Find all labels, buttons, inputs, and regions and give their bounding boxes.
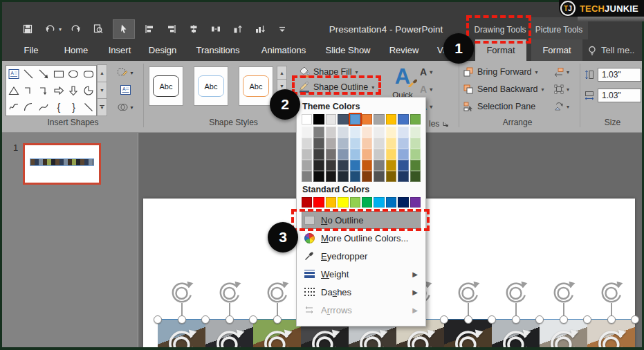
shape-width-input[interactable] xyxy=(598,89,641,102)
print-preview-icon[interactable] xyxy=(91,20,106,38)
theme-variant-swatch[interactable] xyxy=(302,160,312,171)
theme-variant-swatch[interactable] xyxy=(386,127,396,138)
arc-icon[interactable] xyxy=(21,99,37,116)
gallery-more-button[interactable]: ▼ xyxy=(97,98,107,116)
undo-icon[interactable] xyxy=(42,20,57,38)
theme-variant-swatch[interactable] xyxy=(362,160,372,171)
standard-color-swatch[interactable] xyxy=(326,197,336,208)
tab-animations[interactable]: Animations xyxy=(258,39,309,61)
theme-variant-swatch[interactable] xyxy=(374,127,384,138)
wordart-quick-styles-button[interactable]: A xyxy=(388,65,417,89)
theme-variant-swatch[interactable] xyxy=(313,138,324,149)
tab-home[interactable]: Home xyxy=(59,39,93,61)
theme-variant-swatch[interactable] xyxy=(374,171,384,182)
theme-variant-swatch[interactable] xyxy=(350,138,360,149)
dialog-launcher-icon[interactable] xyxy=(442,120,449,127)
triangle-icon[interactable] xyxy=(6,82,21,99)
gallery-scroll-up-button[interactable]: ▲ xyxy=(97,64,107,82)
bring-forward-button[interactable]: Bring Forward ▾ xyxy=(463,66,538,77)
theme-variant-swatch[interactable] xyxy=(326,138,336,149)
theme-variant-swatch[interactable] xyxy=(350,127,360,138)
align-objects-right-icon[interactable] xyxy=(164,20,179,38)
theme-color-swatch[interactable] xyxy=(326,114,336,125)
theme-variant-swatch[interactable] xyxy=(350,171,360,182)
theme-variant-swatch[interactable] xyxy=(338,127,348,138)
theme-variant-swatch[interactable] xyxy=(302,171,312,182)
theme-variant-swatch[interactable] xyxy=(338,138,348,149)
theme-variant-swatch[interactable] xyxy=(350,149,360,160)
rotate-handle-icon[interactable] xyxy=(453,328,484,347)
down-arrow-icon[interactable] xyxy=(66,82,82,99)
rotate-handle-icon[interactable] xyxy=(358,328,388,347)
theme-color-swatch[interactable] xyxy=(374,114,384,125)
theme-variant-swatch[interactable] xyxy=(386,138,396,149)
shape-style-preset-1[interactable]: Abc xyxy=(149,66,183,106)
elbow-connector-icon[interactable] xyxy=(21,82,37,99)
tab-file[interactable]: File xyxy=(19,39,44,61)
selection-handle[interactable] xyxy=(178,315,186,324)
theme-variant-swatch[interactable] xyxy=(338,149,348,160)
rotate-handle-icon[interactable] xyxy=(214,328,245,347)
insert-chart-icon[interactable] xyxy=(252,20,268,38)
left-brace-icon[interactable]: { xyxy=(51,99,66,116)
curve-icon[interactable] xyxy=(36,99,51,116)
merge-shapes-button[interactable]: ▾ xyxy=(110,100,140,115)
theme-variant-swatch[interactable] xyxy=(338,160,348,171)
theme-color-swatch[interactable] xyxy=(410,114,421,125)
undo-dropdown-caret[interactable]: ▾ xyxy=(59,26,62,33)
theme-variant-swatch[interactable] xyxy=(398,127,408,138)
standard-color-swatch[interactable] xyxy=(362,197,372,208)
tell-me-box[interactable]: Tell me.. xyxy=(587,39,634,61)
theme-variant-swatch[interactable] xyxy=(410,149,421,160)
menu-item-more-outline-colors[interactable]: More Outline Colors... xyxy=(302,229,421,247)
theme-color-swatch[interactable] xyxy=(313,114,324,125)
redo-icon[interactable] xyxy=(68,20,84,38)
rectangle-icon[interactable] xyxy=(51,66,66,82)
theme-variant-swatch[interactable] xyxy=(386,149,396,160)
theme-color-swatch[interactable] xyxy=(302,114,312,125)
theme-variant-swatch[interactable] xyxy=(374,160,384,171)
selection-handle[interactable] xyxy=(201,315,210,324)
gallery-scroll-up-button[interactable]: ▲ xyxy=(277,66,287,80)
align-button[interactable]: ▾ xyxy=(553,66,569,77)
standard-color-swatch[interactable] xyxy=(338,197,348,208)
theme-color-swatch[interactable] xyxy=(398,114,408,125)
diagonal-line-icon[interactable] xyxy=(81,99,96,116)
shape-style-preset-2[interactable]: Abc xyxy=(194,66,228,106)
right-arrow-icon[interactable] xyxy=(51,82,66,99)
standard-color-swatch[interactable] xyxy=(410,197,421,208)
theme-variant-swatch[interactable] xyxy=(386,160,396,171)
selection-handle[interactable] xyxy=(535,315,544,324)
distribute-columns-icon[interactable] xyxy=(208,20,223,38)
standard-color-swatch[interactable] xyxy=(302,197,312,208)
standard-color-swatch[interactable] xyxy=(386,197,396,208)
theme-variant-swatch[interactable] xyxy=(398,160,408,171)
theme-variant-swatch[interactable] xyxy=(410,138,421,149)
menu-item-eyedropper[interactable]: Eyedropper xyxy=(302,247,421,265)
text-outline-button[interactable]: A▾ xyxy=(420,84,432,95)
tab-format-picture-tools[interactable]: Format xyxy=(531,39,582,61)
theme-variant-swatch[interactable] xyxy=(398,149,408,160)
theme-variant-swatch[interactable] xyxy=(302,127,312,138)
tab-insert[interactable]: Insert xyxy=(104,39,135,61)
rotate-handle-icon[interactable] xyxy=(549,328,579,347)
theme-variant-swatch[interactable] xyxy=(313,171,324,182)
theme-variant-swatch[interactable] xyxy=(326,160,336,171)
menu-item-dashes[interactable]: Dashes ▶ xyxy=(302,283,421,301)
selection-handle[interactable] xyxy=(249,315,257,324)
theme-variant-swatch[interactable] xyxy=(302,149,312,160)
selection-handle[interactable] xyxy=(464,315,472,324)
gallery-scroll-down-button[interactable]: ▼ xyxy=(97,82,107,100)
theme-color-swatch[interactable] xyxy=(350,114,360,125)
line-icon[interactable] xyxy=(21,66,37,82)
customize-qat-icon[interactable] xyxy=(275,20,290,38)
tab-transitions[interactable]: Transitions xyxy=(193,39,243,61)
standard-color-swatch[interactable] xyxy=(313,197,324,208)
theme-color-swatch[interactable] xyxy=(362,114,372,125)
elbow-arrow-connector-icon[interactable] xyxy=(36,82,51,99)
oval-icon[interactable] xyxy=(66,66,82,82)
standard-color-swatch[interactable] xyxy=(350,197,360,208)
text-box-icon[interactable]: A xyxy=(6,66,21,82)
rotate-up-icon[interactable] xyxy=(230,20,246,38)
rotate-objects-button[interactable]: ▾ xyxy=(553,101,569,112)
